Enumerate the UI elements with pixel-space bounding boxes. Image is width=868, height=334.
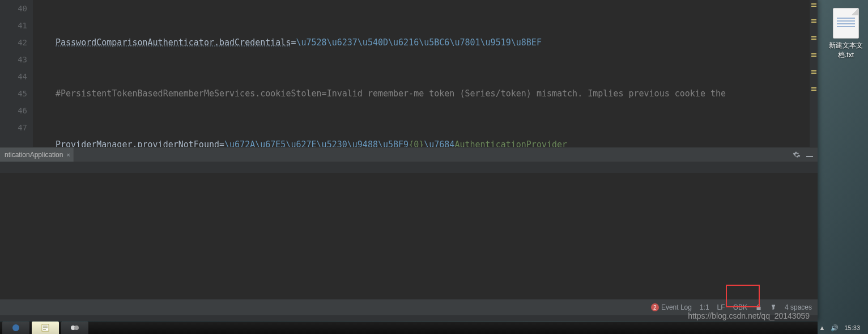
cursor-position[interactable]: 1:1 [700, 303, 709, 311]
code-line: ProviderManager.providerNotFound=\u672A\… [56, 136, 818, 147]
tray-icon[interactable]: ▲ [819, 324, 826, 331]
tool-tab-label: nticationApplication [5, 151, 63, 159]
gear-icon[interactable] [793, 151, 801, 159]
event-count-badge: 2 [651, 303, 659, 311]
code-line: #PersistentTokenBasedRememberMeServices.… [56, 85, 818, 102]
tool-inner-header [0, 162, 818, 174]
minimize-icon[interactable] [806, 151, 813, 159]
line-number: 47 [0, 119, 27, 136]
ide-window: 40 41 42 43 44 45 46 47 PasswordComparis… [0, 0, 818, 321]
line-number: 42 [0, 34, 27, 51]
taskbar[interactable] [0, 322, 818, 334]
tool-window-body[interactable] [0, 162, 818, 299]
text-file-icon [833, 8, 859, 39]
indent-indicator[interactable]: 4 spaces [785, 303, 812, 311]
line-number: 44 [0, 68, 27, 85]
svg-point-3 [74, 325, 79, 330]
system-tray[interactable]: ▲ 🔊 15:33 [819, 322, 860, 334]
line-number: 46 [0, 102, 27, 119]
close-icon[interactable]: × [66, 151, 70, 158]
event-log-label: Event Log [661, 303, 692, 311]
readonly-icon[interactable] [755, 304, 762, 311]
tray-clock[interactable]: 15:33 [844, 324, 860, 331]
marker-strip[interactable] [810, 0, 818, 147]
editor-area[interactable]: 40 41 42 43 44 45 46 47 PasswordComparis… [0, 0, 818, 147]
line-separator[interactable]: LF [717, 303, 725, 311]
taskbar-app[interactable] [2, 322, 29, 334]
gutter: 40 41 42 43 44 45 46 47 [0, 0, 33, 147]
desktop-file-label: 新建文本文 档.txt [828, 41, 863, 60]
code[interactable]: PasswordComparisonAuthenticator.badCrede… [33, 0, 818, 147]
status-bar: 2 Event Log 1:1 LF GBK 4 spaces [0, 299, 818, 315]
line-number: 40 [0, 0, 27, 17]
tool-window-tabbar: nticationApplication × [0, 147, 818, 163]
tool-tab[interactable]: nticationApplication × [0, 147, 74, 162]
taskbar-app[interactable] [32, 322, 59, 334]
line-number: 41 [0, 17, 27, 34]
line-number: 45 [0, 85, 27, 102]
taskbar-app[interactable] [61, 322, 88, 334]
svg-point-0 [12, 324, 19, 331]
tray-icon[interactable]: 🔊 [831, 324, 839, 332]
desktop-background: 新建文本文 档.txt 40 41 42 43 44 45 46 47 Pass… [0, 0, 868, 334]
line-number: 43 [0, 51, 27, 68]
desktop-file[interactable]: 新建文本文 档.txt [828, 8, 863, 60]
event-log-button[interactable]: 2 Event Log [651, 303, 692, 311]
code-line: PasswordComparisonAuthenticator.badCrede… [56, 34, 818, 51]
memory-icon[interactable] [770, 304, 777, 311]
file-encoding[interactable]: GBK [733, 303, 747, 311]
